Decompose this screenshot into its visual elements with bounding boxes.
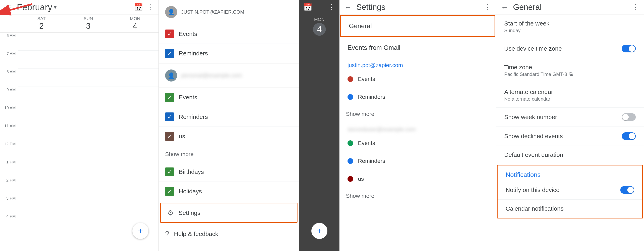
dark-cal-header: 📅 ⋮	[299, 0, 339, 14]
default-duration-row[interactable]: Default event duration	[496, 146, 644, 164]
show-week-number-row[interactable]: Show week number	[496, 108, 644, 127]
menu-item-reminders-1[interactable]: ✓ Reminders	[159, 44, 299, 63]
menu-item-holidays[interactable]: ✓ Holidays	[159, 182, 299, 201]
hamburger-line	[6, 5, 12, 6]
user-header: 👤 JUSTIN.POT@ZAPIER.COM	[159, 0, 299, 24]
hamburger-line	[6, 9, 12, 10]
toggle-knob-declined	[629, 133, 635, 139]
dark-more-icon[interactable]: ⋮	[328, 3, 335, 12]
events-checkbox-icon-2: ✓	[165, 93, 174, 102]
show-declined-label: Show declined events	[504, 133, 622, 140]
show-declined-toggle[interactable]	[622, 132, 636, 140]
back-button[interactable]: ←	[344, 3, 352, 12]
day-number-mon: 4	[130, 21, 141, 31]
more-options-icon[interactable]: ⋮	[147, 3, 154, 12]
dark-calendar-panel: 📅 ⋮ MON 4 +	[299, 0, 340, 251]
events-label-1: Events	[179, 30, 197, 37]
show-week-number-toggle[interactable]	[622, 113, 636, 121]
days-grid	[18, 32, 158, 251]
calendar-notifications-row[interactable]: Calendar notifications	[498, 200, 642, 218]
settings-list-title: Settings	[356, 2, 484, 12]
reminders-color-dot	[348, 94, 353, 100]
menu-item-us[interactable]: ✓ us	[159, 127, 299, 146]
menu-item-events-2[interactable]: ✓ Events	[159, 88, 299, 107]
show-more-link-settings[interactable]: Show more	[340, 106, 496, 122]
alt-calendar-row[interactable]: Alternate calendar No alternate calendar	[496, 83, 644, 108]
settings-menu-panel: 👤 JUSTIN.POT@ZAPIER.COM ✓ Events ✓ Remin…	[159, 0, 299, 251]
time-slot-1pm: 1 PM	[0, 159, 18, 177]
menu-item-birthdays[interactable]: ✓ Birthdays	[159, 162, 299, 182]
day-label-sun: SUN	[84, 16, 93, 21]
show-declined-row[interactable]: Show declined events	[496, 127, 644, 146]
notify-device-row[interactable]: Notify on this device	[498, 180, 642, 200]
show-more-link-2[interactable]: Show more	[340, 188, 496, 204]
day-number-sat: 2	[36, 21, 47, 31]
day-col-sat[interactable]	[18, 32, 65, 251]
second-us-dot	[348, 176, 353, 182]
menu-item-events-1[interactable]: ✓ Events	[159, 24, 299, 44]
us-label: us	[179, 133, 185, 140]
second-reminders-dot	[348, 158, 353, 164]
calendar-panel: February ▾ 📅 ⋮ SAT 2 SUN 3 MON 4 6 AM 7 …	[0, 0, 159, 251]
us-checkbox-icon: ✓	[165, 132, 174, 141]
events-gmail-label: Events from Gmail	[348, 44, 400, 51]
dark-create-event-fab[interactable]: +	[311, 223, 328, 239]
day-header-mon: MON 4	[112, 14, 158, 32]
general-header: ← General ⋮	[496, 0, 644, 14]
calendar-today-icon[interactable]: 📅	[134, 3, 143, 12]
general-settings-item[interactable]: General	[340, 15, 495, 37]
timezone-label: Time zone	[504, 64, 636, 71]
device-timezone-row[interactable]: Use device time zone	[496, 39, 644, 58]
day-col-mon[interactable]	[112, 32, 158, 251]
menu-item-reminders-2[interactable]: ✓ Reminders	[159, 107, 299, 127]
birthdays-label: Birthdays	[179, 168, 204, 175]
holidays-label: Holidays	[179, 188, 202, 195]
timezone-row[interactable]: Time zone Pacific Standard Time GMT-8 🌤	[496, 58, 644, 83]
notify-device-toggle[interactable]	[620, 186, 634, 194]
day-number-sun: 3	[83, 21, 94, 31]
device-timezone-label: Use device time zone	[504, 45, 622, 52]
second-us-label: us	[358, 176, 364, 182]
second-events-item[interactable]: Events	[340, 134, 496, 152]
second-user-header: 👤 personal@example.com	[159, 63, 299, 88]
dark-cal-icon[interactable]: 📅	[303, 3, 312, 12]
settings-menu-item[interactable]: ⚙ Settings	[160, 203, 298, 223]
time-gutter	[0, 14, 18, 32]
reminders-label-2: Reminders	[179, 114, 208, 120]
general-back-button[interactable]: ←	[501, 3, 508, 12]
general-settings-panel: ← General ⋮ Start of the week Sunday Use…	[496, 0, 644, 251]
dark-day-header: MON 4	[299, 14, 339, 39]
notifications-section: Notifications Notify on this device Cale…	[497, 165, 643, 218]
toggle-knob-notify	[627, 187, 634, 193]
default-duration-label: Default event duration	[504, 152, 636, 158]
second-reminders-item[interactable]: Reminders	[340, 152, 496, 170]
notifications-label: Notifications	[506, 171, 540, 178]
second-user-email: personal@example.com	[181, 72, 242, 79]
second-events-dot	[348, 140, 353, 146]
time-slot-2pm: 2 PM	[0, 177, 18, 195]
device-timezone-toggle[interactable]	[622, 45, 636, 52]
help-label: Help & feedback	[174, 230, 218, 237]
user-reminders-label: Reminders	[358, 94, 385, 100]
alt-calendar-value: No alternate calendar	[504, 96, 636, 102]
help-feedback-item[interactable]: ? Help & feedback	[159, 224, 299, 243]
events-from-gmail-item[interactable]: Events from Gmail	[340, 38, 496, 58]
month-dropdown-arrow[interactable]: ▾	[54, 4, 57, 10]
hamburger-button[interactable]	[4, 2, 14, 12]
user-reminders-item[interactable]: Reminders	[340, 88, 496, 106]
user-events-item[interactable]: Events	[340, 70, 496, 88]
user-email-section: justin.pot@zapier.com	[340, 58, 496, 70]
start-of-week-row[interactable]: Start of the week Sunday	[496, 14, 644, 39]
create-event-fab[interactable]: +	[132, 223, 148, 239]
second-us-item[interactable]: us	[340, 170, 496, 188]
day-col-sun[interactable]	[65, 32, 112, 251]
events-label-2: Events	[179, 94, 197, 101]
show-more-link-1[interactable]: Show more	[159, 146, 299, 162]
general-more-icon[interactable]: ⋮	[632, 3, 639, 12]
day-header-sun: SUN 3	[65, 14, 112, 32]
settings-more-icon[interactable]: ⋮	[484, 3, 491, 12]
events-color-dot	[348, 76, 353, 82]
help-circle-icon: ?	[165, 230, 169, 238]
calendar-notifications-label: Calendar notifications	[506, 205, 634, 212]
user-events-label: Events	[358, 76, 375, 82]
